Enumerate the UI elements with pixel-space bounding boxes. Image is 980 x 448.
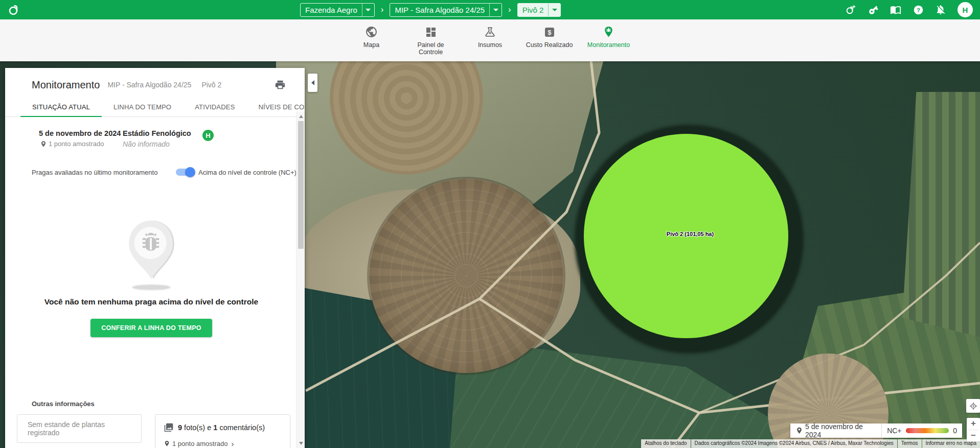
tab-situacao-atual[interactable]: SITUAÇÃO ATUAL (20, 98, 102, 116)
field-area-label: Pivô 2 (101,05 ha) (634, 231, 746, 237)
pin-bug-icon (602, 25, 616, 39)
photos-card: 9 foto(s) e 1 comentário(s) 1 ponto amos… (155, 414, 290, 448)
printer-icon (275, 79, 286, 90)
map-date-legend-bar: 5 de novembro de 2024 NC+ 0 (790, 423, 962, 438)
bug-pin-illustration (123, 219, 180, 280)
map-date-label: 5 de novembro de 2024 (805, 422, 876, 439)
tab-painel-label: Painel de Controle (407, 41, 454, 56)
panel-subtitle: MIP - Safra Algodão 24/25 Pivô 2 (107, 81, 221, 89)
panel-scrollbar[interactable] (296, 112, 305, 448)
illustration-shadow (132, 285, 171, 290)
breadcrumb-farm-dropdown[interactable]: Fazenda Aegro (300, 3, 375, 17)
pin-icon (40, 140, 47, 148)
other-info-heading: Outras informações (32, 400, 95, 408)
empty-state: Você não tem nenhuma praga acima do níve… (5, 219, 298, 337)
info-cards: Sem estande de plantas registrado 9 foto… (17, 414, 290, 448)
tab-insumos[interactable]: Insumos (467, 25, 514, 61)
tab-monitoramento[interactable]: Monitoramento (585, 25, 632, 61)
subtitle-field: Pivô 2 (201, 81, 221, 89)
breadcrumb-crop-label: MIP - Safra Algodão 24/25 (395, 6, 489, 14)
tab-painel-de-controle[interactable]: Painel de Controle (407, 25, 454, 61)
pests-filter-row: Pragas avaliadas no último monitoramento… (5, 167, 305, 179)
tab-mapa[interactable]: Mapa (348, 25, 395, 61)
page-title: Monitoramento (32, 79, 100, 91)
tab-monitoramento-label: Monitoramento (587, 41, 630, 49)
photos-summary-text: 9 foto(s) e 1 comentário(s) (178, 423, 265, 432)
chevron-down-icon (362, 4, 374, 16)
breadcrumb-farm-label: Fazenda Aegro (305, 6, 362, 14)
chevron-down-icon (489, 4, 502, 16)
dashboard-icon (424, 25, 438, 39)
panel-header: Monitoramento MIP - Safra Algodão 24/25 … (5, 68, 305, 91)
tab-insumos-label: Insumos (478, 41, 502, 49)
recenter-map-button[interactable] (966, 399, 980, 413)
terms-link[interactable]: Termos (898, 439, 922, 448)
tab-linha-do-tempo[interactable]: LINHA DO TEMPO (102, 98, 183, 116)
tab-custo-label: Custo Realizado (526, 41, 573, 49)
pin-icon (164, 440, 170, 447)
collapse-panel-button[interactable] (308, 74, 317, 92)
stage-badge: H (202, 130, 214, 141)
dollar-square-icon: $ (542, 25, 556, 39)
svg-text:?: ? (917, 7, 920, 13)
tab-mapa-label: Mapa (363, 41, 379, 49)
keyboard-shortcuts-link[interactable]: Atalhos do teclado (641, 439, 690, 448)
help-icon[interactable]: ? (913, 4, 924, 15)
add-field-icon[interactable] (845, 4, 856, 15)
module-toolbar: Mapa Painel de Controle Insumos $ Custo … (0, 19, 980, 61)
svg-text:$: $ (548, 29, 551, 36)
nc-filter-toggle[interactable] (176, 169, 194, 176)
scroll-up-button[interactable] (297, 113, 305, 120)
print-button[interactable] (274, 79, 286, 91)
photo-library-icon (164, 422, 174, 433)
map-zoom-control: + − (967, 418, 980, 441)
chevron-left-icon (311, 80, 314, 85)
nc-filter-toggle-label: Acima do nível de controle (NC+) (198, 169, 297, 176)
sampled-points-label: 1 ponto amostrado (49, 140, 104, 148)
app-window: Fazenda Aegro › MIP - Safra Algodão 24/2… (0, 0, 980, 448)
toggle-knob (185, 167, 195, 177)
monitoring-summary: 5 de novembro de 2024 1 ponto amostrado … (5, 129, 305, 154)
check-timeline-button[interactable]: CONFERIR A LINHA DO TEMPO (90, 319, 212, 337)
pin-icon (795, 427, 803, 435)
breadcrumb: Fazenda Aegro › MIP - Safra Algodão 24/2… (300, 0, 561, 19)
topbar: Fazenda Aegro › MIP - Safra Algodão 24/2… (0, 0, 980, 19)
tab-atividades[interactable]: ATIVIDADES (183, 98, 246, 116)
monitoring-date: 5 de novembro de 2024 (39, 129, 121, 137)
photos-summary: 9 foto(s) e 1 comentário(s) (164, 422, 282, 433)
nc-legend-value: 0 (953, 427, 957, 435)
notifications-off-icon[interactable] (935, 4, 946, 15)
breadcrumb-field-dropdown[interactable]: Pivô 2 (517, 3, 561, 17)
aegro-logo-icon[interactable] (7, 3, 20, 16)
globe-icon (364, 25, 378, 39)
panel-tabs: SITUAÇÃO ATUAL LINHA DO TEMPO ATIVIDADES… (5, 98, 305, 117)
chevron-right-icon: › (231, 439, 234, 448)
breadcrumb-field-label: Pivô 2 (522, 6, 549, 14)
pests-evaluated-label: Pragas avaliadas no último monitoramento (32, 169, 157, 176)
tab-custo-realizado[interactable]: $ Custo Realizado (526, 25, 573, 61)
flask-icon (483, 25, 497, 39)
report-map-error-link[interactable]: Informar erro no mapa (922, 439, 980, 448)
nc-gradient-legend (906, 428, 949, 433)
subtitle-crop: MIP - Safra Algodão 24/25 (107, 81, 191, 89)
zoom-in-button[interactable]: + (967, 418, 980, 430)
sampled-points: 1 ponto amostrado (40, 140, 104, 148)
map-data-credit: Dados cartográficos ©2024 Imagens ©2024 … (691, 439, 897, 448)
empty-state-message: Você não tem nenhuma praga acima do níve… (5, 297, 298, 306)
nc-legend-label: NC+ (887, 427, 901, 435)
phenological-stage-value: Não informado (123, 140, 170, 148)
sampled-point-link[interactable]: 1 ponto amostrado › (164, 439, 282, 448)
scroll-down-button[interactable] (297, 440, 305, 447)
divider (881, 423, 882, 438)
avatar[interactable]: H (958, 2, 973, 17)
phenological-stage-label: Estádio Fenológico (123, 129, 191, 137)
sampled-point-link-label: 1 ponto amostrado (172, 440, 227, 447)
breadcrumb-crop-dropdown[interactable]: MIP - Safra Algodão 24/25 (390, 3, 502, 17)
breadcrumb-separator-icon: › (508, 5, 511, 15)
plant-stand-card: Sem estande de plantas registrado (17, 414, 142, 443)
topbar-actions: ? H (845, 2, 973, 17)
breadcrumb-separator-icon: › (381, 5, 384, 15)
key-icon[interactable] (868, 4, 879, 15)
manual-book-icon[interactable] (890, 4, 901, 15)
scrollbar-thumb[interactable] (298, 121, 304, 249)
